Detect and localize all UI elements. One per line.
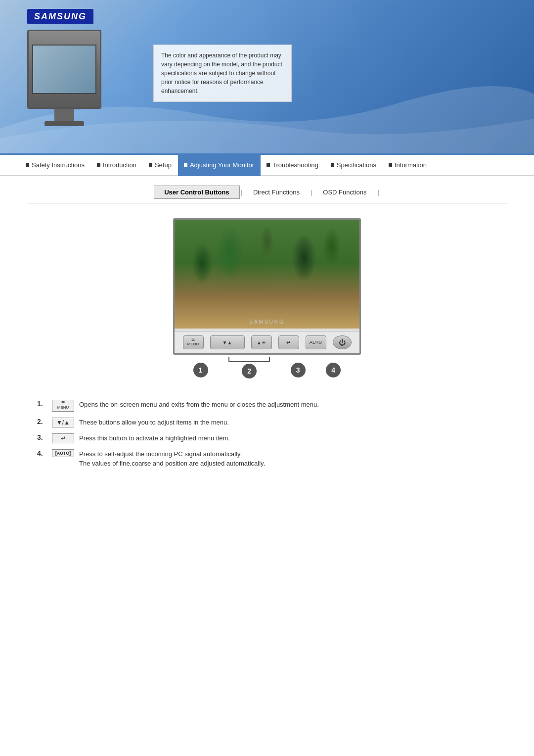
sub-nav-sep-1: |	[240, 189, 243, 196]
nav-label-setup: Setup	[155, 161, 172, 169]
instruction-text-3: Press this button to activate a highligh…	[79, 433, 230, 443]
nav-label-adjusting: Adjusting Your Monitor	[190, 161, 254, 169]
diagram-buttons-row: ☰ MENU ▼▲ ▲☀ ↵ AUTO ⏻	[175, 331, 359, 353]
instruction-icon-3: ↵	[52, 433, 74, 443]
nav-bullet-info	[389, 163, 392, 167]
nav-setup[interactable]: Setup	[143, 154, 178, 176]
nav-bullet-specs	[331, 163, 334, 167]
nav-safety[interactable]: Safety Instructions	[20, 154, 91, 176]
btn-enter[interactable]: ↵	[278, 335, 299, 349]
nav-label-safety: Safety Instructions	[32, 161, 85, 169]
banner-info-box: The color and appearance of the product …	[153, 45, 292, 102]
samsung-logo: SAMSUNG	[27, 9, 93, 24]
instruction-icon-2: ▼/▲	[52, 418, 74, 427]
diagram-screen: SAMSUNG	[175, 220, 359, 329]
nav-bullet-safety	[26, 163, 29, 167]
instruction-num-1: 1.	[37, 400, 47, 408]
sub-nav: User Control Buttons | Direct Functions …	[27, 186, 507, 203]
sub-nav-user-control[interactable]: User Control Buttons	[154, 186, 239, 199]
header-banner: SAMSUNG The color and appearance of the …	[0, 0, 534, 153]
nav-bullet-adjusting	[184, 163, 187, 167]
btn-power[interactable]: ⏻	[333, 335, 352, 349]
nav-label-intro: Introduction	[103, 161, 136, 169]
number-labels: 1 2 3 4	[173, 357, 361, 382]
btn-brightness[interactable]: ▲☀	[251, 335, 272, 349]
instruction-text-2: These buttons allow you to adjust items …	[79, 418, 229, 427]
nav-information[interactable]: Information	[383, 154, 433, 176]
instruction-icon-1: ☰MENU	[52, 400, 74, 412]
samsung-watermark: SAMSUNG	[249, 319, 285, 325]
monitor-diagram-container: SAMSUNG ☰ MENU ▼▲ ▲☀ ↵ AUTO ⏻	[27, 218, 507, 382]
sub-nav-sep-2: |	[310, 189, 313, 196]
num-label-1: 1	[193, 363, 208, 378]
nav-bullet-setup	[149, 163, 152, 167]
instruction-num-3: 3.	[37, 433, 47, 441]
nav-troubleshooting[interactable]: Troubleshooting	[261, 154, 325, 176]
nav-specifications[interactable]: Specifications	[325, 154, 383, 176]
instruction-num-2: 2.	[37, 418, 47, 425]
instruction-text-1: Opens the on-screen menu and exits from …	[79, 400, 319, 410]
nav-adjusting[interactable]: Adjusting Your Monitor	[178, 154, 261, 176]
btn-menu[interactable]: ☰ MENU	[183, 335, 204, 349]
nav-label-info: Information	[395, 161, 427, 169]
instruction-item-4: 4. [AUTO] Press to self-adjust the incom…	[37, 449, 507, 469]
instructions-list: 1. ☰MENU Opens the on-screen menu and ex…	[27, 400, 507, 469]
num-label-3: 3	[291, 363, 306, 378]
sub-nav-direct-functions[interactable]: Direct Functions	[243, 186, 310, 198]
sub-nav-direct-label: Direct Functions	[253, 189, 300, 196]
main-nav: Safety Instructions Introduction Setup A…	[0, 153, 534, 176]
btn-down-up[interactable]: ▼▲	[210, 335, 245, 349]
monitor-diagram: SAMSUNG ☰ MENU ▼▲ ▲☀ ↵ AUTO ⏻	[173, 218, 361, 382]
sub-nav-user-control-label: User Control Buttons	[164, 189, 229, 196]
nav-bullet-intro	[97, 163, 100, 167]
instruction-item-3: 3. ↵ Press this button to activate a hig…	[37, 433, 507, 443]
instruction-item-1: 1. ☰MENU Opens the on-screen menu and ex…	[37, 400, 507, 412]
instruction-item-2: 2. ▼/▲ These buttons allow you to adjust…	[37, 418, 507, 427]
instruction-num-4: 4.	[37, 449, 47, 457]
sub-nav-osd-label: OSD Functions	[323, 189, 366, 196]
banner-info-text: The color and appearance of the product …	[161, 52, 282, 94]
main-content: User Control Buttons | Direct Functions …	[0, 176, 534, 494]
btn-auto[interactable]: AUTO	[306, 335, 326, 349]
nav-bullet-troubleshooting	[267, 163, 270, 167]
num-label-2: 2	[242, 364, 257, 378]
banner-monitor-image	[27, 30, 101, 126]
instruction-icon-4: [AUTO]	[52, 449, 74, 457]
nav-label-troubleshooting: Troubleshooting	[272, 161, 318, 169]
nav-label-specs: Specifications	[337, 161, 376, 169]
instruction-text-4: Press to self-adjust the incoming PC sig…	[79, 449, 265, 469]
sub-nav-sep-3: |	[376, 189, 380, 196]
sub-nav-osd-functions[interactable]: OSD Functions	[313, 186, 376, 198]
nav-introduction[interactable]: Introduction	[91, 154, 143, 176]
num-label-4: 4	[326, 363, 341, 378]
